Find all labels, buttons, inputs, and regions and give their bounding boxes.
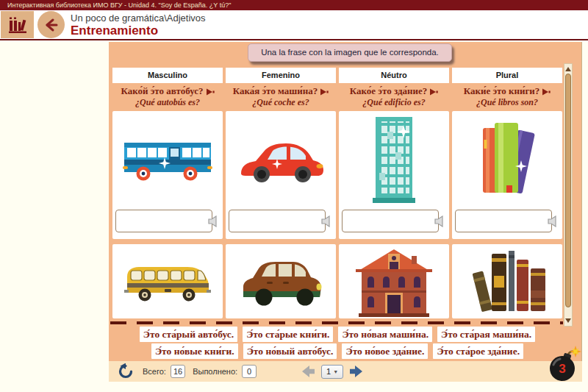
image-cell[interactable]	[112, 244, 223, 318]
image-cell[interactable]	[226, 111, 336, 239]
footer-bar: Всего: 16 Выполнено: 0 1 ▼	[109, 361, 582, 382]
instruction-text: Una la frase con la imagen que le corres…	[261, 48, 439, 57]
window-title: Интерактивная библиотека ИМО ВГУ - Unida…	[7, 1, 231, 9]
done-value: 0	[242, 365, 257, 378]
exercise-table: Masculino Како́й э́то авто́бус? ¿Qué aut…	[112, 68, 562, 318]
image-area	[339, 111, 449, 210]
phrase-tray: Э́то ста́рый авто́бус. Э́то ста́рые кни́…	[112, 327, 562, 360]
question-spanish: ¿Qué libros son?	[452, 97, 562, 108]
breadcrumb: Un poco de gramática\Adjetivos	[71, 13, 206, 24]
question-russian: Каки́е э́то кни́ги?	[464, 85, 540, 96]
image-cell[interactable]	[226, 244, 336, 318]
image-cell[interactable]	[452, 244, 562, 318]
back-button[interactable]	[37, 11, 65, 38]
speaker-icon[interactable]	[434, 215, 445, 227]
speaker-icon[interactable]	[320, 215, 331, 227]
old-building-image	[353, 246, 435, 317]
question-russian: Кака́я э́то маши́на?	[233, 85, 318, 96]
column-header: Femenino	[226, 68, 336, 83]
page-number: 1	[326, 367, 331, 376]
bomb-timer: 3	[548, 345, 581, 383]
play-audio-icon[interactable]	[429, 88, 438, 96]
image-area	[226, 111, 336, 210]
column-masculino: Masculino Како́й э́то авто́бус? ¿Qué aut…	[112, 68, 223, 318]
page-title: Entrenamiento	[71, 24, 158, 38]
column-plural: Plural Каки́е э́то кни́ги? ¿Qué libros s…	[452, 68, 562, 318]
image-cell[interactable]	[112, 111, 223, 239]
window-title-bar: Интерактивная библиотека ИМО ВГУ - Unida…	[0, 0, 588, 10]
app-header: Un poco de gramática\Adjetivos Entrenami…	[0, 10, 588, 40]
yellow-bus-image	[124, 260, 211, 303]
question-russian: Како́е э́то зда́ние?	[350, 85, 428, 96]
question-block: Кака́я э́то маши́на? ¿Qué coche es?	[226, 83, 336, 111]
prev-page-arrow[interactable]	[302, 366, 315, 377]
image-area	[452, 111, 562, 210]
phrase-chip[interactable]: Э́то но́вое зда́ние.	[342, 343, 428, 359]
column-header: Plural	[452, 68, 562, 83]
phrase-chip[interactable]: Э́то но́вый авто́бус.	[243, 343, 337, 359]
phrase-row: Э́то ста́рый авто́бус. Э́то ста́рые кни́…	[112, 327, 562, 342]
question-block: Каки́е э́то кни́ги? ¿Qué libros son?	[452, 83, 562, 111]
speaker-icon[interactable]	[207, 215, 218, 227]
drop-area	[112, 210, 223, 234]
scrollbar-thumb[interactable]	[565, 74, 571, 307]
modern-building-image	[365, 115, 423, 205]
library-logo[interactable]	[1, 11, 34, 38]
dashed-separator	[110, 321, 563, 324]
question-spanish: ¿Qué coche es?	[226, 97, 336, 108]
vertical-scrollbar[interactable]	[564, 63, 573, 327]
blue-bus-image	[123, 137, 212, 184]
image-cell[interactable]	[339, 244, 449, 318]
phrase-chip[interactable]: Э́то ста́рые кни́ги.	[243, 327, 333, 342]
total-value: 16	[171, 365, 185, 378]
instruction-tooltip: Una la frase con la imagen que le corres…	[248, 43, 452, 62]
question-block: Како́е э́то зда́ние? ¿Qué edificio es?	[339, 83, 449, 111]
phrase-chip[interactable]: Э́то ста́рое зда́ние.	[433, 343, 523, 359]
drop-area	[339, 210, 449, 234]
question-spanish: ¿Qué autobús es?	[112, 97, 223, 108]
chevron-down-icon: ▼	[333, 369, 338, 374]
drop-area	[452, 210, 562, 234]
arrow-left-icon	[43, 17, 60, 33]
question-spanish: ¿Qué edificio es?	[339, 97, 449, 108]
answer-drop-box[interactable]	[229, 210, 326, 232]
phrase-chip[interactable]: Э́то ста́рая маши́на.	[437, 327, 535, 342]
question-block: Како́й э́то авто́бус? ¿Qué autobús es?	[112, 83, 223, 111]
next-page-arrow[interactable]	[349, 366, 362, 377]
answer-drop-box[interactable]	[455, 210, 552, 232]
bomb-count: 3	[559, 362, 565, 376]
scroll-up-arrow[interactable]	[565, 67, 571, 71]
new-books-image	[477, 119, 537, 202]
play-audio-icon[interactable]	[320, 88, 329, 96]
column-header: Néutro	[339, 68, 449, 83]
scroll-down-arrow[interactable]	[565, 318, 571, 323]
brown-car-image	[237, 257, 324, 306]
image-area	[112, 111, 223, 210]
play-audio-icon[interactable]	[542, 88, 551, 96]
answer-drop-box[interactable]	[342, 210, 439, 232]
image-cell[interactable]	[339, 111, 449, 239]
speaker-icon[interactable]	[547, 215, 558, 227]
column-header: Masculino	[112, 68, 223, 83]
phrase-row: Э́то но́вые кни́ги. Э́то но́вый авто́бус…	[112, 343, 562, 359]
refresh-icon[interactable]	[118, 363, 134, 379]
done-label: Выполнено:	[193, 367, 237, 376]
old-books-image	[467, 249, 547, 314]
question-russian: Како́й э́то авто́бус?	[121, 85, 203, 96]
play-audio-icon[interactable]	[206, 88, 215, 96]
phrase-chip[interactable]: Э́то но́вая маши́на.	[338, 327, 432, 342]
image-cell[interactable]	[452, 111, 562, 239]
phrase-chip[interactable]: Э́то но́вые кни́ги.	[151, 343, 238, 359]
drop-area	[226, 210, 336, 234]
red-car-image	[237, 137, 325, 184]
library-books-icon	[7, 15, 28, 35]
column-neutro: Néutro Како́е э́то зда́ние? ¿Qué edifici…	[339, 68, 449, 318]
phrase-chip[interactable]: Э́то ста́рый авто́бус.	[140, 327, 237, 342]
column-femenino: Femenino Кака́я э́то маши́на? ¿Qué coche…	[226, 68, 336, 318]
answer-drop-box[interactable]	[115, 210, 212, 232]
total-label: Всего:	[143, 367, 166, 376]
page-select-dropdown[interactable]: 1 ▼	[321, 365, 343, 379]
